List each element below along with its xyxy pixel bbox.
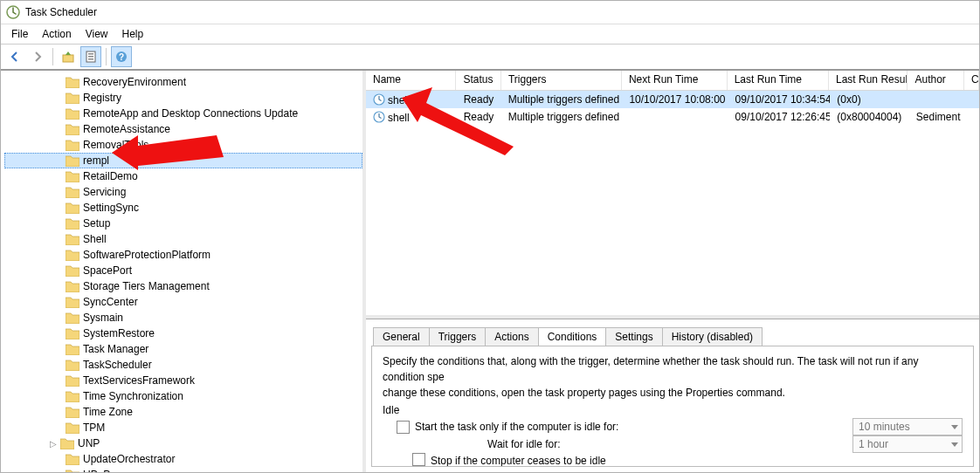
tree-item[interactable]: SystemRestore bbox=[4, 326, 362, 341]
conditions-panel: Specify the conditions that, along with … bbox=[371, 346, 974, 467]
svg-rect-1 bbox=[63, 55, 73, 62]
forward-button[interactable] bbox=[27, 46, 48, 67]
col-status[interactable]: Status bbox=[456, 71, 501, 90]
tree-item[interactable]: UPnP bbox=[4, 467, 362, 472]
toolbar: ? bbox=[1, 45, 979, 71]
tab-conditions[interactable]: Conditions bbox=[538, 327, 607, 346]
tree-item[interactable]: TextServicesFramework bbox=[4, 373, 362, 388]
back-button[interactable] bbox=[4, 46, 25, 67]
tab-triggers[interactable]: Triggers bbox=[429, 327, 487, 346]
col-triggers[interactable]: Triggers bbox=[501, 71, 622, 90]
window-title: Task Scheduler bbox=[25, 6, 97, 18]
tree-item[interactable]: Time Zone bbox=[4, 404, 362, 420]
tree-item[interactable]: RetailDemo bbox=[4, 168, 362, 184]
idle-stop-label: Stop if the computer ceases to be idle bbox=[431, 455, 606, 467]
task-next bbox=[622, 116, 728, 118]
tree-item-label: SpacePort bbox=[83, 264, 132, 277]
task-result: (0x80004004) bbox=[830, 110, 908, 124]
tree-item-label: RemoteAssistance bbox=[83, 123, 170, 135]
column-headers: Name Status Triggers Next Run Time Last … bbox=[366, 71, 979, 91]
idle-start-label: Start the task only if the computer is i… bbox=[415, 419, 618, 435]
tree-item[interactable]: Task Manager bbox=[4, 341, 362, 357]
tree-view[interactable]: RecoveryEnvironmentRegistryRemoteApp and… bbox=[1, 71, 366, 472]
title-bar: Task Scheduler bbox=[1, 1, 979, 24]
tree-item[interactable]: SyncCenter bbox=[4, 294, 362, 310]
conditions-intro2: change these conditions, open the task p… bbox=[383, 385, 963, 401]
col-name[interactable]: Name bbox=[366, 71, 456, 90]
col-last[interactable]: Last Run Time bbox=[728, 71, 829, 90]
menu-file[interactable]: File bbox=[4, 26, 35, 42]
svg-rect-3 bbox=[88, 53, 93, 55]
tabstrip: General Triggers Actions Conditions Sett… bbox=[366, 319, 979, 346]
tree-item[interactable]: RecoveryEnvironment bbox=[4, 74, 362, 90]
task-triggers: Multiple triggers defined bbox=[501, 110, 623, 124]
tab-settings[interactable]: Settings bbox=[605, 327, 662, 346]
tree-item[interactable]: Sysmain bbox=[4, 310, 362, 326]
idle-duration-combo[interactable]: 10 minutes bbox=[852, 418, 963, 435]
tree-item[interactable]: Setup bbox=[4, 216, 362, 231]
tree-item[interactable]: Time Synchronization bbox=[4, 388, 362, 404]
tree-item[interactable]: Servicing bbox=[4, 184, 362, 200]
tree-item[interactable]: UpdateOrchestrator bbox=[4, 451, 362, 467]
tree-item[interactable]: SoftwareProtectionPlatform bbox=[4, 247, 362, 263]
task-row[interactable]: shellReadyMultiple triggers defined09/10… bbox=[366, 108, 979, 126]
tree-item-label: rempl bbox=[83, 154, 109, 167]
tree-item[interactable]: Shell bbox=[4, 231, 362, 247]
tree-item-label: UNP bbox=[78, 437, 100, 449]
tree-item[interactable]: TPM bbox=[4, 420, 362, 435]
tree-item-label: Task Manager bbox=[83, 343, 148, 355]
idle-stop-checkbox[interactable] bbox=[412, 453, 425, 466]
idle-heading: Idle bbox=[383, 402, 963, 418]
idle-wait-label: Wait for idle for: bbox=[487, 436, 561, 452]
tree-item[interactable]: Storage Tiers Management bbox=[4, 278, 362, 294]
tree-item[interactable]: Registry bbox=[4, 90, 362, 106]
tree-item[interactable]: TaskScheduler bbox=[4, 357, 362, 373]
tree-item[interactable]: RemoteApp and Desktop Connections Update bbox=[4, 106, 362, 121]
task-last: 09/10/2017 12:26:45 bbox=[728, 110, 831, 124]
tree-item[interactable]: rempl bbox=[4, 153, 362, 168]
idle-wait-combo[interactable]: 1 hour bbox=[852, 435, 963, 453]
menu-action[interactable]: Action bbox=[35, 26, 78, 42]
task-result: (0x0) bbox=[830, 93, 908, 106]
tree-item-label: Servicing bbox=[83, 186, 126, 198]
tree-item-label: RecoveryEnvironment bbox=[83, 76, 186, 88]
tree-item-label: SyncCenter bbox=[83, 296, 138, 308]
task-name: shell bbox=[388, 94, 410, 106]
col-create[interactable]: Create bbox=[964, 71, 979, 90]
detail-pane: General Triggers Actions Conditions Sett… bbox=[366, 319, 979, 472]
tab-actions[interactable]: Actions bbox=[485, 327, 538, 346]
tree-item[interactable]: SpacePort bbox=[4, 263, 362, 278]
tree-item[interactable]: RemoteAssistance bbox=[4, 121, 362, 137]
task-list: Name Status Triggers Next Run Time Last … bbox=[366, 71, 979, 319]
col-result[interactable]: Last Run Result bbox=[829, 71, 908, 90]
help-button[interactable]: ? bbox=[111, 46, 132, 67]
task-status: Ready bbox=[457, 110, 501, 124]
properties-button[interactable] bbox=[80, 46, 101, 67]
menu-help[interactable]: Help bbox=[115, 26, 151, 42]
tree-item-label: SoftwareProtectionPlatform bbox=[83, 249, 210, 261]
tree-item-label: TaskScheduler bbox=[83, 359, 152, 371]
menu-view[interactable]: View bbox=[79, 26, 115, 42]
idle-start-checkbox[interactable] bbox=[397, 421, 410, 434]
task-row[interactable]: shellReadyMultiple triggers defined10/10… bbox=[366, 91, 979, 108]
tree-item[interactable]: SettingSync bbox=[4, 200, 362, 216]
col-author[interactable]: Author bbox=[908, 71, 964, 90]
task-status: Ready bbox=[457, 93, 501, 106]
tab-general[interactable]: General bbox=[373, 327, 430, 346]
up-button[interactable] bbox=[58, 46, 79, 67]
tree-item[interactable]: ▷UNP bbox=[4, 435, 362, 451]
col-next[interactable]: Next Run Time bbox=[622, 71, 728, 90]
tree-item-label: SystemRestore bbox=[83, 327, 155, 339]
tree-item-label: UPnP bbox=[83, 469, 110, 472]
tab-history[interactable]: History (disabled) bbox=[662, 327, 763, 346]
expander-icon[interactable]: ▷ bbox=[48, 439, 59, 449]
tree-item-label: Setup bbox=[83, 217, 110, 230]
tree-item-label: Registry bbox=[83, 92, 121, 104]
tree-item-label: Time Synchronization bbox=[83, 390, 183, 402]
tree-item-label: SettingSync bbox=[83, 202, 139, 214]
tree-item-label: TextServicesFramework bbox=[83, 374, 195, 387]
conditions-intro: Specify the conditions that, along with … bbox=[383, 353, 963, 385]
tree-item[interactable]: RemovalTools bbox=[4, 137, 362, 153]
task-next: 10/10/2017 10:08:00 bbox=[622, 93, 728, 106]
tree-item-label: Sysmain bbox=[83, 312, 123, 324]
